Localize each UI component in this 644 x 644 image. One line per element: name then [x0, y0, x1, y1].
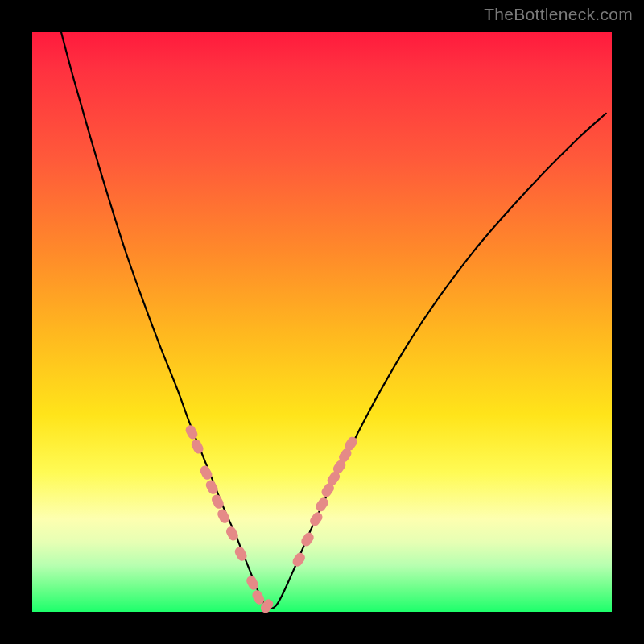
curve-marker	[308, 510, 324, 528]
curve-marker	[216, 507, 231, 525]
curve-marker	[299, 530, 316, 548]
curve-marker	[314, 496, 330, 514]
marker-group	[184, 423, 359, 615]
watermark-text: TheBottleneck.com	[484, 5, 633, 24]
curve-marker	[184, 423, 199, 441]
chart-frame: TheBottleneck.com	[0, 0, 644, 644]
bottleneck-curve-path	[61, 32, 606, 609]
curve-layer	[32, 32, 612, 612]
plot-area	[32, 32, 612, 612]
curve-marker	[291, 551, 307, 568]
curve-marker	[190, 438, 205, 456]
